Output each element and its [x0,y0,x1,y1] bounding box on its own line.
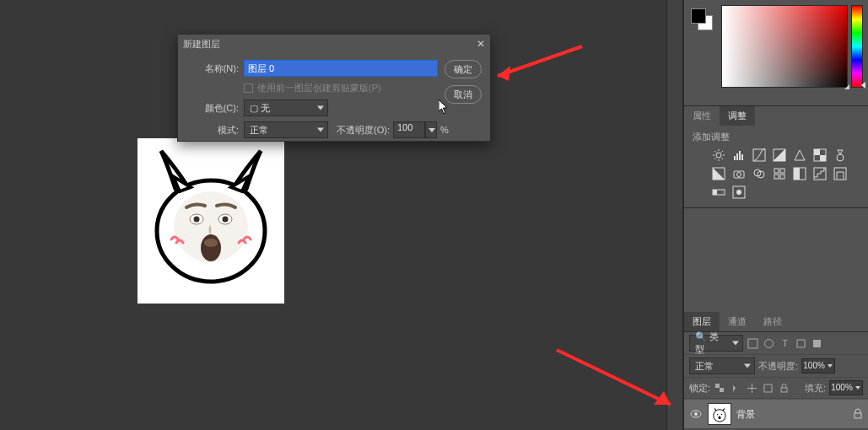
lock-position-icon[interactable] [746,382,758,395]
opacity-input[interactable]: 100 [393,121,425,138]
svg-point-45 [694,412,698,416]
lock-label: 锁定: [689,382,710,395]
blend-mode-value: 正常 [695,360,714,373]
layers-lock-row: 锁定: 填充: 100% [684,378,868,399]
svg-rect-10 [736,153,738,160]
checkbox-icon[interactable] [244,83,253,93]
photo-filter-icon[interactable] [731,167,747,180]
tab-paths[interactable]: 路径 [755,312,790,331]
filter-smart-icon[interactable] [811,337,823,350]
lock-transparent-icon[interactable] [714,382,726,395]
svg-rect-31 [834,168,846,180]
layer-opacity-value: 100% [803,361,825,370]
chevron-down-icon [732,341,739,346]
brightness-contrast-icon[interactable] [711,148,726,162]
blend-mode-select-dialog[interactable]: 正常 [244,121,328,138]
adjustments-icon-grid [693,148,860,199]
svg-rect-39 [813,340,821,347]
color-panel [684,0,868,106]
blend-mode-select[interactable]: 正常 [689,357,755,374]
layer-kind-select[interactable]: 🔍 类型 [689,335,743,352]
gradient-map-icon[interactable] [711,185,726,199]
fill-value: 100% [831,383,853,392]
svg-rect-9 [734,156,736,160]
name-label: 名称(N): [178,62,239,75]
fill-input[interactable]: 100% [829,380,863,395]
threshold-icon[interactable] [833,167,848,180]
filter-adjust-icon[interactable] [763,337,775,350]
foreground-swatch[interactable] [691,8,706,24]
filter-shape-icon[interactable] [795,337,807,350]
vibrance-icon[interactable] [792,148,807,162]
resize-grip-icon [844,84,849,89]
layer-thumbnail [708,403,731,425]
svg-rect-16 [814,149,820,155]
ok-button[interactable]: 确定 [445,60,482,78]
svg-point-50 [719,416,721,419]
invert-icon[interactable] [792,167,807,180]
svg-point-49 [721,414,722,415]
color-lookup-icon[interactable] [772,167,787,180]
svg-rect-43 [781,388,787,392]
layer-color-select[interactable]: ▢ 无 [244,99,328,116]
opacity-unit: % [440,125,449,135]
lock-all-icon[interactable] [778,382,790,395]
svg-rect-33 [713,190,717,195]
svg-rect-24 [774,169,779,173]
lock-image-icon[interactable] [730,382,742,395]
tab-channels[interactable]: 通道 [720,312,755,331]
hue-slider[interactable] [851,5,863,88]
svg-rect-25 [780,169,784,173]
curves-icon[interactable] [752,148,767,162]
svg-rect-27 [780,175,784,179]
chevron-down-icon [828,364,833,368]
layers-blend-row: 正常 不透明度: 100% [684,355,868,378]
svg-line-7 [714,159,716,160]
svg-rect-36 [748,339,757,348]
svg-point-48 [717,414,718,415]
dialog-body: 名称(N): 图层 0 使用前一图层创建剪贴蒙版(P) 颜色(C): ▢ 无 模… [178,53,490,150]
hue-sat-icon[interactable] [812,148,828,162]
svg-rect-17 [820,155,826,161]
exposure-icon[interactable] [772,148,787,162]
color-balance-icon[interactable] [833,148,848,162]
svg-rect-51 [855,413,861,418]
svg-rect-42 [764,384,772,392]
close-icon[interactable]: ✕ [477,38,485,50]
chevron-down-icon [744,364,751,368]
color-field[interactable] [721,5,848,88]
svg-point-18 [837,154,844,161]
levels-icon[interactable] [731,148,747,162]
visibility-eye-icon[interactable] [689,410,703,418]
opacity-stepper[interactable] [425,121,437,138]
cancel-button[interactable]: 取消 [445,85,482,104]
dialog-titlebar[interactable]: 新建图层 ✕ [178,35,490,53]
tab-adjustments[interactable]: 调整 [720,106,755,126]
svg-point-0 [716,153,721,158]
new-layer-dialog: 新建图层 ✕ 名称(N): 图层 0 使用前一图层创建剪贴蒙版(P) 颜色(C)… [177,34,491,142]
layers-filter-row: 🔍 类型 T [684,332,868,355]
blend-mode-value-dialog: 正常 [250,124,268,137]
filter-pixel-icon[interactable] [747,337,759,350]
add-adjustment-label: 添加调整 [693,131,860,143]
posterize-icon[interactable] [812,167,828,180]
tab-layers[interactable]: 图层 [684,312,720,331]
lock-artboard-icon[interactable] [762,382,774,395]
svg-rect-41 [720,388,724,392]
bw-icon[interactable] [711,167,726,180]
layer-name-input[interactable]: 图层 0 [244,60,438,77]
channel-mixer-icon[interactable] [752,167,767,180]
right-panels-column: 属性 调整 添加调整 [683,0,868,430]
selective-color-icon[interactable] [731,185,747,199]
annotation-arrow-top [485,42,586,93]
canvas-document[interactable] [137,138,284,304]
swatch-pair [691,8,713,30]
tab-properties[interactable]: 属性 [684,106,720,126]
properties-panel: 属性 调整 添加调整 [684,106,868,208]
layers-panel-tabs: 图层 通道 路径 [684,312,868,332]
layer-opacity-input[interactable]: 100% [801,358,835,374]
layer-item-background[interactable]: 背景 [684,399,868,429]
filter-type-icon[interactable]: T [779,337,791,350]
lock-icon [853,408,863,421]
chevron-down-icon [317,128,324,132]
